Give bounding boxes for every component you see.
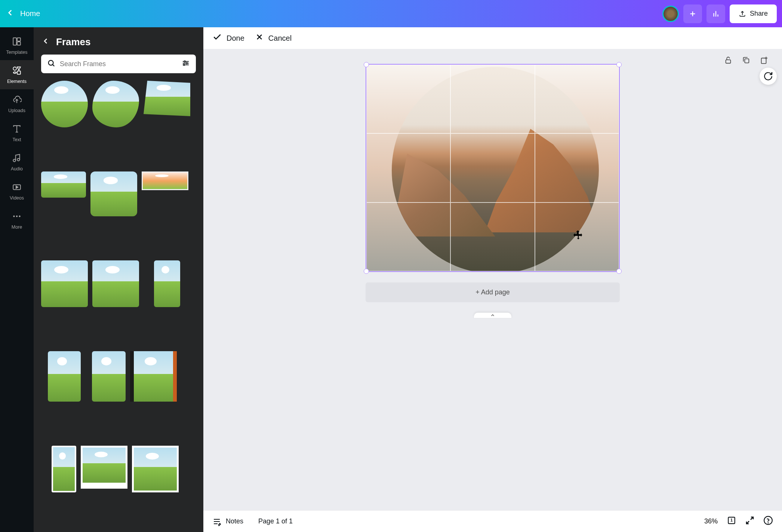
frames-grid [41, 73, 196, 532]
frame-rect-small[interactable] [41, 171, 86, 198]
elements-icon [12, 65, 22, 76]
nav-more[interactable]: More [0, 206, 34, 235]
search-row [41, 55, 196, 73]
frame-trapezoid[interactable] [144, 81, 190, 116]
share-button[interactable]: Share [730, 4, 777, 23]
nav-videos[interactable]: Videos [0, 177, 34, 206]
add-button[interactable] [683, 4, 702, 23]
check-icon [212, 32, 222, 44]
more-icon [12, 211, 22, 222]
page-count-badge: 1 [730, 518, 733, 522]
templates-icon [12, 36, 22, 47]
svg-point-15 [17, 158, 20, 161]
search-icon [47, 59, 55, 69]
duplicate-icon[interactable] [740, 54, 752, 66]
sidebar-back-icon[interactable] [41, 37, 50, 48]
nav-label: Templates [6, 50, 28, 55]
nav-templates[interactable]: Templates [0, 31, 34, 60]
svg-line-22 [53, 64, 55, 66]
page-indicator: Page 1 of 1 [258, 517, 293, 525]
nav-elements[interactable]: Elements [0, 60, 34, 89]
cropped-image[interactable] [366, 65, 619, 271]
close-icon [255, 33, 264, 44]
frame-vertical-torn[interactable] [154, 260, 180, 307]
svg-marker-17 [16, 186, 18, 189]
add-page-icon[interactable] [758, 54, 770, 66]
svg-point-21 [49, 60, 53, 65]
svg-point-9 [13, 67, 16, 70]
fullscreen-icon[interactable] [745, 516, 754, 527]
canvas-viewport: + Add page [203, 49, 782, 510]
share-label: Share [750, 10, 768, 18]
page-drawer-handle[interactable] [474, 313, 511, 318]
crop-handle-bl[interactable] [364, 269, 369, 274]
frame-tall-arch[interactable] [92, 351, 126, 402]
frame-polaroid[interactable] [81, 446, 127, 489]
nav-label: Text [13, 137, 21, 142]
nav-label: More [12, 225, 22, 230]
notes-label: Notes [226, 517, 243, 525]
done-button[interactable]: Done [212, 32, 244, 44]
svg-point-26 [186, 62, 188, 64]
frame-filmstrip-duo[interactable] [142, 171, 188, 190]
canvas-area: Done Cancel [203, 27, 782, 532]
cancel-button[interactable]: Cancel [255, 33, 292, 44]
cancel-label: Cancel [268, 34, 292, 43]
nav-text[interactable]: Text [0, 118, 34, 148]
frame-polaroid-small[interactable] [52, 446, 76, 492]
crop-handle-br[interactable] [616, 269, 622, 274]
svg-rect-33 [761, 58, 766, 64]
user-avatar[interactable] [662, 6, 679, 22]
frame-rect-torn[interactable] [92, 260, 139, 307]
notes-button[interactable]: Notes [212, 517, 243, 526]
app-header: Home Share [0, 0, 782, 27]
lock-icon[interactable] [722, 54, 734, 66]
svg-point-24 [184, 61, 185, 62]
svg-point-45 [768, 522, 768, 523]
uploads-icon [12, 95, 22, 105]
audio-icon [12, 153, 22, 163]
svg-point-14 [13, 159, 16, 162]
filter-icon[interactable] [182, 59, 190, 69]
svg-point-20 [19, 216, 20, 217]
canvas-page[interactable] [366, 64, 620, 272]
add-page-button[interactable]: + Add page [366, 282, 620, 302]
svg-rect-8 [17, 42, 21, 45]
crop-handle-tr[interactable] [616, 62, 622, 67]
page-grid-icon[interactable]: 1 [727, 516, 736, 528]
nav-label: Elements [7, 79, 27, 84]
help-icon[interactable] [763, 516, 773, 528]
svg-rect-6 [13, 38, 16, 45]
home-link[interactable]: Home [20, 9, 40, 18]
frame-rect-large[interactable] [90, 171, 137, 216]
back-icon[interactable] [5, 8, 15, 20]
frame-tall-torn[interactable] [48, 351, 81, 402]
frame-filmstrip[interactable] [130, 351, 177, 402]
text-icon [12, 124, 22, 134]
sidebar-title: Frames [56, 36, 91, 48]
svg-rect-32 [745, 59, 749, 63]
svg-point-18 [13, 216, 15, 217]
frame-rect-roundtop[interactable] [41, 260, 88, 307]
frame-blob[interactable] [92, 81, 139, 127]
nav-audio[interactable]: Audio [0, 148, 34, 177]
search-input[interactable] [60, 60, 177, 68]
bottom-bar: Notes Page 1 of 1 36% 1 [203, 510, 782, 532]
nav-label: Uploads [8, 108, 25, 113]
frames-sidebar: Frames [34, 27, 203, 532]
nav-uploads[interactable]: Uploads [0, 89, 34, 118]
videos-icon [12, 182, 22, 192]
regenerate-button[interactable] [760, 68, 777, 85]
svg-point-19 [16, 216, 18, 217]
canvas-toolbar: Done Cancel [203, 27, 782, 49]
svg-rect-7 [17, 38, 21, 41]
insights-button[interactable] [706, 4, 725, 23]
svg-rect-10 [17, 71, 21, 74]
zoom-level[interactable]: 36% [704, 517, 718, 525]
svg-point-28 [184, 64, 185, 65]
frame-polaroid-square[interactable] [132, 446, 179, 492]
crop-handle-tl[interactable] [364, 62, 369, 67]
crop-grid [366, 65, 619, 271]
frame-circle[interactable] [41, 81, 88, 127]
svg-rect-31 [726, 60, 731, 63]
